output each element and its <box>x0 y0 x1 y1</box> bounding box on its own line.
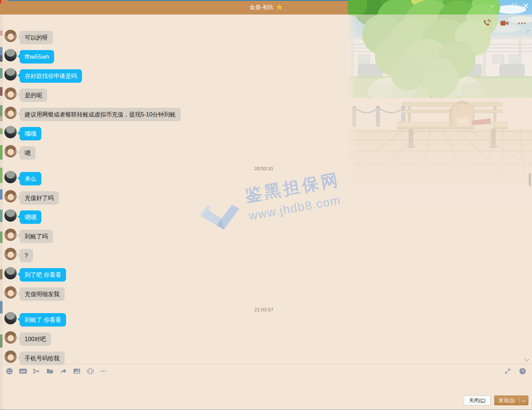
send-label-suffix: ) <box>513 398 515 403</box>
title-wrap: 金鼎-初玖 z <box>0 0 532 15</box>
message-bubble[interactable]: 哦哦 <box>20 127 41 140</box>
avatar-male[interactable] <box>4 171 17 183</box>
message-bubble[interactable]: 建议用网银或者银联转账或虚拟币充值，提现5-10分钟到账 <box>20 108 181 121</box>
message-bubble[interactable]: 存好款找你申请是吗 <box>20 69 82 83</box>
message-row: 是的呢 <box>4 89 523 102</box>
window-behind-sliver <box>0 1 3 410</box>
send-options-chevron[interactable] <box>519 399 528 402</box>
panel-collapse-icon[interactable] <box>527 30 530 34</box>
window-controls <box>486 1 531 11</box>
avatar-female[interactable] <box>4 286 17 299</box>
message-row: 嗯 <box>4 146 523 160</box>
file-folder-icon[interactable] <box>45 367 54 376</box>
message-bubble[interactable]: 充值好了吗 <box>20 191 59 205</box>
message-row: 到了吧 你看看 <box>4 268 523 282</box>
forward-icon[interactable] <box>59 367 67 376</box>
message-bubble[interactable]: ? <box>20 249 33 262</box>
avatar-female[interactable] <box>4 145 17 157</box>
message-row: 来么 <box>4 172 523 185</box>
avatar-female[interactable] <box>4 248 17 260</box>
message-row: 充值好了吗 <box>4 191 523 205</box>
input-toolbar: GIF <box>0 365 532 377</box>
video-call-icon[interactable] <box>499 18 510 28</box>
close-hotkey: C <box>480 398 484 403</box>
toolbar-divider <box>0 364 532 364</box>
gif-icon[interactable]: GIF <box>19 367 27 376</box>
window-shake-icon[interactable] <box>86 367 94 376</box>
message-bubble[interactable]: 嗯 <box>20 146 36 160</box>
message-row: 哦哦 <box>4 127 523 140</box>
more-icon[interactable] <box>99 367 108 376</box>
send-button[interactable]: 发送(S) <box>494 395 528 405</box>
message-row: 到账了吗 <box>4 230 523 243</box>
svg-text:GIF: GIF <box>20 370 25 373</box>
message-row: 100对吧 <box>4 332 523 346</box>
avatar-male[interactable] <box>4 267 17 279</box>
close-button[interactable] <box>520 1 531 11</box>
window-title: 金鼎-初玖 <box>249 4 274 11</box>
chat-header-actions <box>482 18 527 28</box>
screenshot-scissors-icon[interactable] <box>32 367 41 376</box>
message-row: 存好款找你申请是吗 <box>4 69 523 83</box>
message-bubble[interactable]: 100对吧 <box>20 332 51 346</box>
scrollbar-thumb[interactable] <box>529 173 531 186</box>
expand-icon[interactable] <box>503 367 512 376</box>
voice-call-icon[interactable] <box>482 18 492 28</box>
send-label: 发送( <box>499 398 510 403</box>
message-bubble[interactable]: 来么 <box>20 172 41 185</box>
send-hotkey: S <box>510 398 513 403</box>
close-label-suffix: ) <box>484 398 486 403</box>
window-behind-corner <box>0 0 1 3</box>
avatar-male[interactable] <box>4 49 17 61</box>
message-bubble[interactable]: 充值明细发我 <box>20 287 65 301</box>
message-bubble[interactable]: 到账了 你看看 <box>20 313 66 327</box>
minimize-button[interactable] <box>498 1 509 11</box>
message-row: 可以的呀 <box>4 31 523 44</box>
timestamp: 20:53:31 <box>4 165 523 172</box>
message-list: 可以的呀 ffhw55wh 存好款找你申请是吗 是的呢 建议用网银或者银联转账或… <box>4 31 523 371</box>
avatar-female[interactable] <box>4 30 17 42</box>
collapse-chevron-button[interactable] <box>486 1 498 11</box>
avatar-female[interactable] <box>4 190 17 202</box>
message-bubble[interactable]: 是的呢 <box>20 89 47 102</box>
message-row: ? <box>4 249 523 262</box>
message-row: 建议用网银或者银联转账或虚拟币充值，提现5-10分钟到账 <box>4 108 523 121</box>
scroll-down-icon[interactable] <box>524 356 529 361</box>
avatar-male[interactable] <box>4 209 17 222</box>
message-row: 手机号码给我 <box>4 352 523 365</box>
message-row: ffhw55wh <box>4 50 523 63</box>
message-bubble[interactable]: 嗯嗯 <box>20 210 41 224</box>
avatar-male[interactable] <box>4 68 17 81</box>
window-behind-edge <box>8 0 348 1</box>
message-input-area[interactable] <box>0 378 532 394</box>
emoji-icon[interactable] <box>5 367 14 376</box>
message-bubble[interactable]: 手机号码给我 <box>20 352 65 365</box>
avatar-female[interactable] <box>4 350 17 363</box>
image-icon[interactable] <box>72 367 81 376</box>
message-bubble[interactable]: 可以的呀 <box>20 31 53 44</box>
message-bubble[interactable]: ffhw55wh <box>20 50 54 63</box>
more-actions-icon[interactable] <box>517 18 527 28</box>
timestamp: 21:03:57 <box>4 307 523 313</box>
close-chat-button[interactable]: 关闭(C) <box>464 395 491 405</box>
message-bubble[interactable]: 到账了吗 <box>20 230 53 243</box>
chat-history-clock-icon[interactable] <box>518 367 527 376</box>
avatar-female[interactable] <box>4 107 17 119</box>
message-row: 嗯嗯 <box>4 210 523 224</box>
message-bubble[interactable]: 到了吧 你看看 <box>20 268 66 282</box>
avatar-female[interactable] <box>4 87 17 100</box>
maximize-button[interactable] <box>509 1 520 11</box>
chat-window: 金鼎-初玖 z 可以的呀 <box>0 0 532 410</box>
close-label: 关闭( <box>469 397 480 404</box>
message-row: 充值明细发我 <box>4 287 523 301</box>
avatar-male[interactable] <box>4 126 17 138</box>
vip-star-icon: z <box>277 4 283 11</box>
message-row: 到账了 你看看 <box>4 313 523 327</box>
avatar-male[interactable] <box>4 312 17 324</box>
avatar-female[interactable] <box>4 331 17 344</box>
avatar-female[interactable] <box>4 229 17 241</box>
